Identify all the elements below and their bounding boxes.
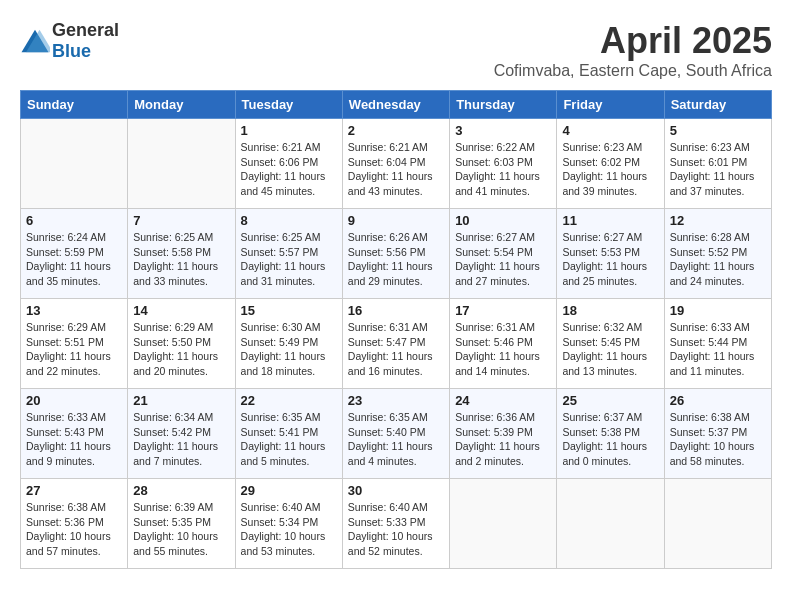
logo-icon (20, 26, 50, 56)
calendar-cell: 25Sunrise: 6:37 AM Sunset: 5:38 PM Dayli… (557, 389, 664, 479)
day-number: 29 (241, 483, 337, 498)
cell-detail: Sunrise: 6:29 AM Sunset: 5:51 PM Dayligh… (26, 320, 122, 379)
calendar-cell (450, 479, 557, 569)
cell-detail: Sunrise: 6:36 AM Sunset: 5:39 PM Dayligh… (455, 410, 551, 469)
calendar-table: SundayMondayTuesdayWednesdayThursdayFrid… (20, 90, 772, 569)
day-number: 16 (348, 303, 444, 318)
header-monday: Monday (128, 91, 235, 119)
header-friday: Friday (557, 91, 664, 119)
day-number: 27 (26, 483, 122, 498)
day-number: 2 (348, 123, 444, 138)
cell-detail: Sunrise: 6:23 AM Sunset: 6:02 PM Dayligh… (562, 140, 658, 199)
calendar-cell: 20Sunrise: 6:33 AM Sunset: 5:43 PM Dayli… (21, 389, 128, 479)
day-number: 26 (670, 393, 766, 408)
calendar-cell: 7Sunrise: 6:25 AM Sunset: 5:58 PM Daylig… (128, 209, 235, 299)
cell-detail: Sunrise: 6:27 AM Sunset: 5:53 PM Dayligh… (562, 230, 658, 289)
day-number: 22 (241, 393, 337, 408)
day-number: 15 (241, 303, 337, 318)
day-number: 17 (455, 303, 551, 318)
calendar-cell: 12Sunrise: 6:28 AM Sunset: 5:52 PM Dayli… (664, 209, 771, 299)
day-number: 13 (26, 303, 122, 318)
day-number: 9 (348, 213, 444, 228)
calendar-cell: 8Sunrise: 6:25 AM Sunset: 5:57 PM Daylig… (235, 209, 342, 299)
header: General Blue April 2025 Cofimvaba, Easte… (20, 20, 772, 80)
cell-detail: Sunrise: 6:25 AM Sunset: 5:58 PM Dayligh… (133, 230, 229, 289)
calendar-cell: 29Sunrise: 6:40 AM Sunset: 5:34 PM Dayli… (235, 479, 342, 569)
cell-detail: Sunrise: 6:22 AM Sunset: 6:03 PM Dayligh… (455, 140, 551, 199)
day-number: 11 (562, 213, 658, 228)
week-row-4: 20Sunrise: 6:33 AM Sunset: 5:43 PM Dayli… (21, 389, 772, 479)
header-sunday: Sunday (21, 91, 128, 119)
calendar-cell: 21Sunrise: 6:34 AM Sunset: 5:42 PM Dayli… (128, 389, 235, 479)
day-number: 19 (670, 303, 766, 318)
cell-detail: Sunrise: 6:35 AM Sunset: 5:40 PM Dayligh… (348, 410, 444, 469)
cell-detail: Sunrise: 6:34 AM Sunset: 5:42 PM Dayligh… (133, 410, 229, 469)
day-number: 23 (348, 393, 444, 408)
logo: General Blue (20, 20, 119, 62)
calendar-cell: 22Sunrise: 6:35 AM Sunset: 5:41 PM Dayli… (235, 389, 342, 479)
day-number: 3 (455, 123, 551, 138)
cell-detail: Sunrise: 6:38 AM Sunset: 5:37 PM Dayligh… (670, 410, 766, 469)
calendar-cell: 18Sunrise: 6:32 AM Sunset: 5:45 PM Dayli… (557, 299, 664, 389)
calendar-cell: 2Sunrise: 6:21 AM Sunset: 6:04 PM Daylig… (342, 119, 449, 209)
day-number: 18 (562, 303, 658, 318)
location-title: Cofimvaba, Eastern Cape, South Africa (494, 62, 772, 80)
calendar-cell: 6Sunrise: 6:24 AM Sunset: 5:59 PM Daylig… (21, 209, 128, 299)
calendar-cell: 17Sunrise: 6:31 AM Sunset: 5:46 PM Dayli… (450, 299, 557, 389)
day-number: 1 (241, 123, 337, 138)
cell-detail: Sunrise: 6:21 AM Sunset: 6:04 PM Dayligh… (348, 140, 444, 199)
cell-detail: Sunrise: 6:31 AM Sunset: 5:46 PM Dayligh… (455, 320, 551, 379)
day-number: 14 (133, 303, 229, 318)
cell-detail: Sunrise: 6:27 AM Sunset: 5:54 PM Dayligh… (455, 230, 551, 289)
calendar-cell: 30Sunrise: 6:40 AM Sunset: 5:33 PM Dayli… (342, 479, 449, 569)
calendar-cell: 10Sunrise: 6:27 AM Sunset: 5:54 PM Dayli… (450, 209, 557, 299)
cell-detail: Sunrise: 6:24 AM Sunset: 5:59 PM Dayligh… (26, 230, 122, 289)
day-number: 25 (562, 393, 658, 408)
day-number: 8 (241, 213, 337, 228)
week-row-3: 13Sunrise: 6:29 AM Sunset: 5:51 PM Dayli… (21, 299, 772, 389)
cell-detail: Sunrise: 6:23 AM Sunset: 6:01 PM Dayligh… (670, 140, 766, 199)
header-saturday: Saturday (664, 91, 771, 119)
calendar-cell: 9Sunrise: 6:26 AM Sunset: 5:56 PM Daylig… (342, 209, 449, 299)
header-tuesday: Tuesday (235, 91, 342, 119)
calendar-cell: 26Sunrise: 6:38 AM Sunset: 5:37 PM Dayli… (664, 389, 771, 479)
calendar-cell: 14Sunrise: 6:29 AM Sunset: 5:50 PM Dayli… (128, 299, 235, 389)
day-number: 20 (26, 393, 122, 408)
calendar-cell (557, 479, 664, 569)
calendar-cell: 27Sunrise: 6:38 AM Sunset: 5:36 PM Dayli… (21, 479, 128, 569)
day-number: 4 (562, 123, 658, 138)
day-number: 30 (348, 483, 444, 498)
calendar-header-row: SundayMondayTuesdayWednesdayThursdayFrid… (21, 91, 772, 119)
logo-blue: Blue (52, 41, 91, 61)
day-number: 21 (133, 393, 229, 408)
calendar-cell: 19Sunrise: 6:33 AM Sunset: 5:44 PM Dayli… (664, 299, 771, 389)
cell-detail: Sunrise: 6:25 AM Sunset: 5:57 PM Dayligh… (241, 230, 337, 289)
day-number: 28 (133, 483, 229, 498)
header-wednesday: Wednesday (342, 91, 449, 119)
cell-detail: Sunrise: 6:40 AM Sunset: 5:33 PM Dayligh… (348, 500, 444, 559)
week-row-2: 6Sunrise: 6:24 AM Sunset: 5:59 PM Daylig… (21, 209, 772, 299)
cell-detail: Sunrise: 6:21 AM Sunset: 6:06 PM Dayligh… (241, 140, 337, 199)
calendar-cell: 1Sunrise: 6:21 AM Sunset: 6:06 PM Daylig… (235, 119, 342, 209)
week-row-1: 1Sunrise: 6:21 AM Sunset: 6:06 PM Daylig… (21, 119, 772, 209)
calendar-cell: 13Sunrise: 6:29 AM Sunset: 5:51 PM Dayli… (21, 299, 128, 389)
header-thursday: Thursday (450, 91, 557, 119)
month-title: April 2025 (494, 20, 772, 62)
week-row-5: 27Sunrise: 6:38 AM Sunset: 5:36 PM Dayli… (21, 479, 772, 569)
calendar-cell: 24Sunrise: 6:36 AM Sunset: 5:39 PM Dayli… (450, 389, 557, 479)
cell-detail: Sunrise: 6:31 AM Sunset: 5:47 PM Dayligh… (348, 320, 444, 379)
calendar-cell: 3Sunrise: 6:22 AM Sunset: 6:03 PM Daylig… (450, 119, 557, 209)
day-number: 5 (670, 123, 766, 138)
cell-detail: Sunrise: 6:37 AM Sunset: 5:38 PM Dayligh… (562, 410, 658, 469)
day-number: 24 (455, 393, 551, 408)
calendar-cell: 5Sunrise: 6:23 AM Sunset: 6:01 PM Daylig… (664, 119, 771, 209)
cell-detail: Sunrise: 6:38 AM Sunset: 5:36 PM Dayligh… (26, 500, 122, 559)
calendar-cell: 4Sunrise: 6:23 AM Sunset: 6:02 PM Daylig… (557, 119, 664, 209)
day-number: 6 (26, 213, 122, 228)
day-number: 10 (455, 213, 551, 228)
cell-detail: Sunrise: 6:28 AM Sunset: 5:52 PM Dayligh… (670, 230, 766, 289)
title-area: April 2025 Cofimvaba, Eastern Cape, Sout… (494, 20, 772, 80)
calendar-cell (128, 119, 235, 209)
calendar-cell: 11Sunrise: 6:27 AM Sunset: 5:53 PM Dayli… (557, 209, 664, 299)
cell-detail: Sunrise: 6:35 AM Sunset: 5:41 PM Dayligh… (241, 410, 337, 469)
